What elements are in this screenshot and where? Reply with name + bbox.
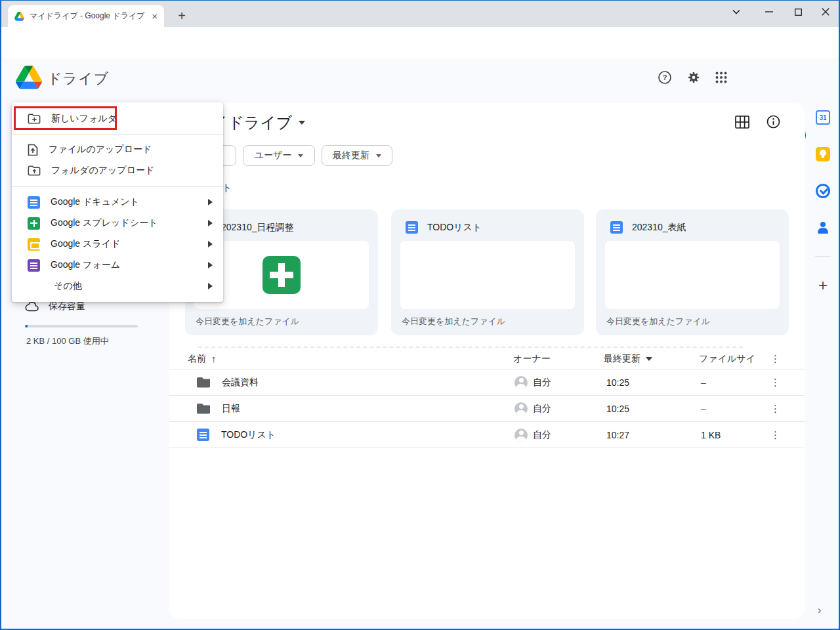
card-title: 202310_日程調整 <box>221 222 294 234</box>
file-size: – <box>701 377 706 388</box>
column-header-owner[interactable]: オーナー <box>513 348 551 369</box>
sheets-large-icon <box>262 256 301 294</box>
suggested-section-label-fragment: ト <box>222 182 232 194</box>
suggested-card-3[interactable]: 202310_表紙 今日変更を加えたファイル <box>596 209 789 335</box>
column-header-size[interactable]: ファイルサイ <box>699 348 755 369</box>
window-maximize-button[interactable] <box>784 1 812 23</box>
menu-item-google-sheets[interactable]: Google スプレッドシート <box>12 213 223 234</box>
card-preview <box>400 241 575 309</box>
docs-file-icon <box>406 221 418 234</box>
menu-item-label: Google スプレッドシート <box>51 217 198 229</box>
contacts-icon[interactable] <box>815 220 831 236</box>
filter-chip-modified[interactable]: 最終更新 <box>322 145 392 166</box>
row-kebab-icon[interactable]: ⋮ <box>770 369 780 395</box>
settings-gear-icon[interactable] <box>681 64 707 91</box>
docs-icon <box>28 196 40 209</box>
table-row[interactable]: 日報 自分 10:25 – ⋮ <box>169 396 805 422</box>
docs-file-icon <box>197 429 209 441</box>
folder-upload-icon <box>28 165 41 177</box>
cloud-icon <box>25 301 39 312</box>
docs-file-icon <box>610 221 623 234</box>
submenu-arrow-icon <box>208 262 213 268</box>
window-close-button[interactable] <box>811 1 840 23</box>
details-info-icon[interactable] <box>766 115 780 129</box>
row-kebab-icon[interactable]: ⋮ <box>770 422 780 448</box>
column-header-modified[interactable]: 最終更新 <box>604 348 652 369</box>
forms-icon <box>28 259 40 272</box>
new-tab-button[interactable]: + <box>173 7 190 24</box>
filter-chip-user[interactable]: ユーザー <box>243 145 315 166</box>
tasks-icon[interactable] <box>815 183 831 199</box>
help-icon[interactable]: ? <box>652 64 678 91</box>
storage-label: 保存容量 <box>49 301 85 312</box>
card-preview <box>605 241 780 309</box>
menu-item-more[interactable]: その他 <box>12 276 223 297</box>
google-apps-grid-icon[interactable] <box>708 64 734 91</box>
new-menu-dropdown: 新しいフォルダ ファイルのアップロード フォルダのアップロード Google ド… <box>12 102 223 302</box>
tab-search-chevron-icon[interactable] <box>722 1 751 23</box>
svg-text:?: ? <box>663 74 667 81</box>
google-side-panel <box>806 96 840 630</box>
menu-item-folder-upload[interactable]: フォルダのアップロード <box>12 160 223 181</box>
owner-name: 自分 <box>533 429 551 441</box>
browser-titlebar: マイドライブ - Google ドライブ × + <box>1 1 840 27</box>
menu-item-file-upload[interactable]: ファイルのアップロード <box>12 139 223 160</box>
sort-ascending-arrow-icon: ↑ <box>211 353 217 364</box>
column-header-kebab-icon[interactable]: ⋮ <box>770 348 780 369</box>
sheets-icon <box>28 217 40 230</box>
chip-label: ユーザー <box>255 150 292 161</box>
add-panel-app-icon[interactable]: + <box>815 278 831 293</box>
file-size: 1 KB <box>701 430 721 440</box>
menu-item-label: ファイルのアップロード <box>49 144 213 156</box>
card-caption: 今日変更を加えたファイル <box>402 316 505 327</box>
grid-view-toggle-icon[interactable] <box>735 116 749 129</box>
folder-icon <box>197 404 210 414</box>
menu-item-label: フォルダのアップロード <box>51 165 213 177</box>
calendar-icon[interactable]: 31 <box>815 110 831 125</box>
table-row[interactable]: 会議資料 自分 10:25 – ⋮ <box>169 369 805 396</box>
menu-item-google-slides[interactable]: Google スライド <box>12 234 223 255</box>
side-panel-divider <box>815 256 831 257</box>
chevron-down-icon <box>298 154 303 158</box>
tab-close-icon[interactable]: × <box>152 10 158 22</box>
menu-item-label: その他 <box>54 280 198 292</box>
menu-item-google-forms[interactable]: Google フォーム <box>12 255 223 276</box>
column-header-name[interactable]: 名前↑ <box>188 348 217 369</box>
file-name: 日報 <box>222 403 240 415</box>
owner-name: 自分 <box>533 377 551 388</box>
slides-icon <box>28 238 40 251</box>
menu-item-google-docs[interactable]: Google ドキュメント <box>12 192 223 213</box>
suggested-card-2[interactable]: TODOリスト 今日変更を加えたファイル <box>391 209 584 335</box>
drive-header: ドライブ ドライブで検索 ? ECCS Cloud Mail <box>1 58 840 96</box>
submenu-arrow-icon <box>208 283 213 289</box>
owner-name: 自分 <box>533 403 551 415</box>
submenu-arrow-icon <box>208 220 213 226</box>
row-kebab-icon[interactable]: ⋮ <box>770 396 780 421</box>
folder-icon <box>197 377 210 388</box>
menu-item-label: Google ドキュメント <box>51 196 198 208</box>
window-minimize-button[interactable] <box>755 1 784 23</box>
owner-avatar <box>514 402 528 415</box>
keep-icon[interactable] <box>815 146 831 162</box>
expand-side-panel-chevron-icon[interactable]: › <box>818 604 821 616</box>
table-top-dashed-line <box>198 346 743 348</box>
storage-item[interactable]: 保存容量 <box>25 301 85 312</box>
storage-usage-text: 2 KB / 100 GB 使用中 <box>26 335 109 347</box>
chevron-down-icon <box>376 154 381 158</box>
submenu-arrow-icon <box>208 241 213 247</box>
tab-title: マイドライブ - Google ドライブ <box>30 10 146 22</box>
file-table-header: 名前↑ オーナー 最終更新 ファイルサイ ⋮ <box>169 348 805 369</box>
owner-avatar <box>514 429 528 442</box>
menu-divider <box>12 134 223 135</box>
chip-label: 最終更新 <box>333 150 369 161</box>
modified-time: 10:27 <box>606 430 629 440</box>
menu-item-label: Google フォーム <box>51 259 198 271</box>
drive-logo[interactable] <box>16 66 42 89</box>
menu-item-label: Google スライド <box>51 238 198 250</box>
table-row[interactable]: TODOリスト 自分 10:27 1 KB ⋮ <box>169 422 805 448</box>
annotation-highlight-box <box>14 106 117 130</box>
drive-favicon <box>14 12 24 21</box>
main-content: マイドライブ ユーザー 最終更新 ト 202310_日程調整 今日変更を加えたフ… <box>169 103 805 619</box>
file-size: – <box>701 404 706 414</box>
browser-tab[interactable]: マイドライブ - Google ドライブ × <box>8 5 164 27</box>
